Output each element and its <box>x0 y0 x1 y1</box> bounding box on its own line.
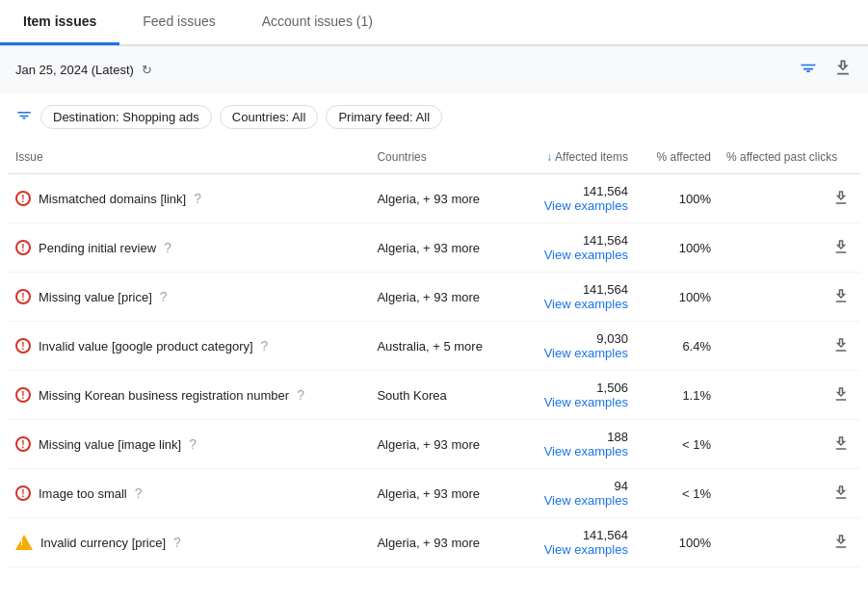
filter-chip-feed[interactable]: Primary feed: All <box>326 105 442 129</box>
affected-num: 141,564 <box>583 233 628 248</box>
download-cell-3[interactable] <box>822 322 860 371</box>
countries-cell-5: Algeria, + 93 more <box>369 420 513 469</box>
affected-num: 9,030 <box>596 331 628 346</box>
issue-name: Invalid currency [price] <box>40 536 166 550</box>
pct-past-cell-1 <box>719 223 822 273</box>
download-cell-5[interactable] <box>822 420 860 469</box>
pct-cell-4: 1.1% <box>636 371 719 420</box>
download-icon <box>832 336 850 354</box>
affected-cell-6: 94 View examples <box>513 469 636 518</box>
view-examples-link[interactable]: View examples <box>525 297 628 311</box>
col-affected[interactable]: ↓Affected items <box>513 141 636 174</box>
tab-item-issues[interactable]: Item issues <box>0 0 119 45</box>
filter-chip-countries[interactable]: Countries: All <box>220 105 319 129</box>
countries-cell-2: Algeria, + 93 more <box>369 273 513 322</box>
table-row: Image too small ? Algeria, + 93 more 94 … <box>8 469 860 518</box>
pct-past-cell-5 <box>719 420 822 469</box>
tab-account-issues[interactable]: Account issues (1) <box>239 0 396 45</box>
table-row: Pending initial review ? Algeria, + 93 m… <box>8 223 860 273</box>
affected-cell-7: 141,564 View examples <box>513 518 636 567</box>
error-icon <box>15 289 31 304</box>
pct-past-cell-4 <box>719 371 822 420</box>
countries-cell-1: Algeria, + 93 more <box>369 223 513 273</box>
pct-past-cell-3 <box>719 322 822 371</box>
download-cell-0[interactable] <box>822 174 860 223</box>
pct-past-cell-0 <box>719 174 822 223</box>
view-examples-link[interactable]: View examples <box>525 346 628 360</box>
affected-cell-2: 141,564 View examples <box>513 273 636 322</box>
help-icon[interactable]: ? <box>160 289 168 304</box>
view-examples-link[interactable]: View examples <box>525 493 628 508</box>
help-icon[interactable]: ? <box>194 191 201 206</box>
warning-icon <box>15 535 33 550</box>
col-issue: Issue <box>8 141 369 174</box>
download-cell-4[interactable] <box>822 371 860 420</box>
filter-chip-destination[interactable]: Destination: Shopping ads <box>40 105 212 129</box>
help-icon[interactable]: ? <box>135 485 143 501</box>
issue-name: Missing Korean business registration num… <box>39 388 289 403</box>
pct-cell-1: 100% <box>636 223 719 273</box>
affected-cell-3: 9,030 View examples <box>513 322 636 371</box>
table-row: Missing value [price] ? Algeria, + 93 mo… <box>8 273 860 322</box>
view-examples-link[interactable]: View examples <box>525 198 628 213</box>
table-row: Missing Korean business registration num… <box>8 371 860 420</box>
pct-cell-7: 100% <box>636 518 719 567</box>
download-icon <box>832 533 850 550</box>
view-examples-link[interactable]: View examples <box>525 542 628 557</box>
pct-cell-3: 6.4% <box>636 322 719 371</box>
pct-cell-2: 100% <box>636 273 719 322</box>
issue-cell-4: Missing Korean business registration num… <box>8 371 369 420</box>
download-cell-6[interactable] <box>822 469 860 518</box>
pct-cell-0: 100% <box>636 174 719 223</box>
col-countries: Countries <box>369 141 513 174</box>
date-label: Jan 25, 2024 (Latest) <box>15 63 134 77</box>
download-icon <box>832 484 850 501</box>
date-bar: Jan 25, 2024 (Latest) ↻ <box>0 46 868 93</box>
countries-cell-7: Algeria, + 93 more <box>369 518 513 567</box>
table-container: Issue Countries ↓Affected items % affect… <box>0 141 868 567</box>
download-cell-1[interactable] <box>822 223 860 273</box>
error-icon <box>15 387 31 403</box>
affected-num: 141,564 <box>583 528 628 542</box>
affected-num: 141,564 <box>583 282 628 297</box>
table-row: Mismatched domains [link] ? Algeria, + 9… <box>8 174 860 223</box>
filter-icon-header[interactable] <box>799 58 818 82</box>
download-icon <box>832 434 850 452</box>
view-examples-link[interactable]: View examples <box>525 248 628 262</box>
download-cell-2[interactable] <box>822 273 860 322</box>
issue-cell-6: Image too small ? <box>8 469 369 518</box>
countries-cell-4: South Korea <box>369 371 513 420</box>
help-icon[interactable]: ? <box>164 240 171 255</box>
table-row: Invalid currency [price] ? Algeria, + 93… <box>8 518 860 567</box>
col-pct-past: % affected past clicks <box>719 141 822 174</box>
view-examples-link[interactable]: View examples <box>525 395 628 409</box>
download-icon <box>832 287 850 304</box>
error-icon <box>15 485 31 501</box>
tab-feed-issues[interactable]: Feed issues <box>119 0 238 45</box>
issue-name: Missing value [price] <box>39 290 152 304</box>
table-row: Missing value [image link] ? Algeria, + … <box>8 420 860 469</box>
download-icon-header[interactable] <box>833 58 853 82</box>
filter-icon-bar <box>15 106 33 128</box>
help-icon[interactable]: ? <box>261 338 269 354</box>
refresh-icon[interactable]: ↻ <box>142 63 152 77</box>
issue-cell-0: Mismatched domains [link] ? <box>8 174 369 223</box>
pct-cell-6: < 1% <box>636 469 719 518</box>
pct-past-cell-2 <box>719 273 822 322</box>
help-icon[interactable]: ? <box>189 436 197 452</box>
error-icon <box>15 338 31 354</box>
issue-cell-5: Missing value [image link] ? <box>8 420 369 469</box>
download-icon <box>832 385 850 403</box>
help-icon[interactable]: ? <box>297 387 304 403</box>
error-icon <box>15 191 31 206</box>
issue-name: Invalid value [google product category] <box>39 339 253 354</box>
affected-num: 141,564 <box>583 184 628 198</box>
help-icon[interactable]: ? <box>173 535 181 550</box>
view-examples-link[interactable]: View examples <box>525 444 628 459</box>
download-cell-7[interactable] <box>822 518 860 567</box>
affected-cell-0: 141,564 View examples <box>513 174 636 223</box>
download-icon <box>832 189 850 206</box>
issue-cell-1: Pending initial review ? <box>8 223 369 273</box>
pct-cell-5: < 1% <box>636 420 719 469</box>
issue-cell-2: Missing value [price] ? <box>8 273 369 322</box>
